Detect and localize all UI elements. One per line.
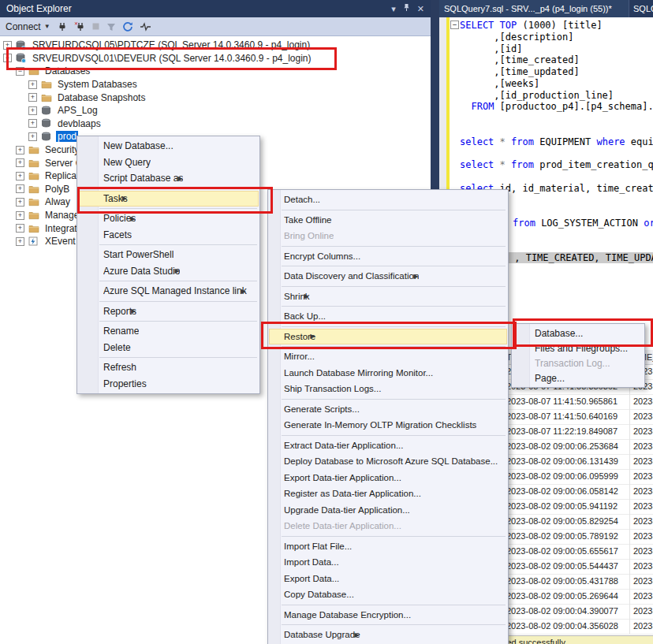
expander-expand-icon[interactable]: +: [28, 80, 37, 89]
menu-item-detach[interactable]: Detach...: [268, 192, 508, 208]
grid-cell-time-updated[interactable]: 2023-08-0: [630, 574, 653, 589]
grid-cell-time-created[interactable]: 2023-08-02 09:00:06.253684: [504, 439, 630, 454]
grid-cell-time-created[interactable]: 2023-08-02 09:00:05.655617: [504, 544, 630, 559]
grid-cell-time-created[interactable]: 2023-08-02 09:00:05.544437: [504, 559, 630, 574]
grid-cell-time-created[interactable]: 2023-08-02 09:00:05.829254: [504, 514, 630, 529]
menu-item-delete[interactable]: Delete: [77, 340, 259, 356]
expander-expand-icon[interactable]: +: [16, 224, 24, 233]
grid-cell-time-updated[interactable]: 2023-08-0: [630, 529, 653, 544]
grid-cell-time-updated[interactable]: 2023-08-0: [630, 469, 653, 484]
menu-item-deploy-database-to-microsoft-azure-sql-database[interactable]: Deploy Database to Microsoft Azure SQL D…: [268, 453, 508, 470]
menu-item-properties[interactable]: Properties: [77, 376, 259, 393]
grid-cell-time-created[interactable]: 2023-08-07 11:41:50.965861: [504, 394, 630, 409]
grid-cell-time-updated[interactable]: 2023-08-0: [630, 499, 653, 514]
menu-item-page[interactable]: Page...: [512, 370, 644, 385]
menu-item-start-powershell[interactable]: Start PowerShell: [77, 247, 259, 263]
grid-cell-time-updated[interactable]: 2023-08-0: [630, 424, 653, 439]
grid-cell-time-created[interactable]: 2023-08-07 11:22:19.849087: [504, 424, 630, 439]
menu-item-import-flat-file[interactable]: Import Flat File...: [268, 538, 508, 555]
tree-item-database-snapshots[interactable]: +Database Snapshots: [0, 91, 431, 104]
menu-item-new-query[interactable]: New Query: [77, 154, 259, 171]
tree-item-aps-log[interactable]: +APS_Log: [0, 104, 431, 117]
tree-item-databases[interactable]: −Databases: [0, 65, 431, 78]
grid-cell-time-created[interactable]: 2023-08-02 09:00:05.269644: [504, 589, 630, 604]
grid-cell-time-updated[interactable]: 2023-08-0: [630, 619, 653, 634]
expander-expand-icon[interactable]: +: [16, 184, 24, 193]
menu-item-upgrade-data-tier-application[interactable]: Upgrade Data-tier Application...: [268, 502, 508, 519]
pin-icon[interactable]: [403, 0, 410, 17]
menu-item-refresh[interactable]: Refresh: [77, 359, 259, 376]
menu-item-copy-database[interactable]: Copy Database...: [268, 586, 508, 603]
tree-item-srveurdvsql01-deveur-sql-server-14-0-3460-9-p4-login[interactable]: −SRVEURDVSQL01\DEVEUR (SQL Server 14.0.3…: [0, 52, 431, 65]
connect-plug-icon[interactable]: [57, 21, 68, 32]
menu-item-restore[interactable]: Restore▶: [268, 329, 508, 345]
tree-item-system-databases[interactable]: +System Databases: [0, 78, 431, 91]
expander-expand-icon[interactable]: +: [3, 41, 12, 50]
expander-expand-icon[interactable]: +: [16, 172, 24, 181]
menu-item-data-discovery-and-classification[interactable]: Data Discovery and Classification▶: [268, 268, 508, 285]
expander-expand-icon[interactable]: +: [16, 146, 24, 154]
expander-expand-icon[interactable]: +: [16, 198, 24, 207]
expander-expand-icon[interactable]: +: [16, 237, 24, 246]
grid-cell-time-created[interactable]: 2023-08-02 09:00:05.941192: [504, 499, 630, 514]
menu-item-encrypt-columns[interactable]: Encrypt Columns...: [268, 248, 508, 265]
connect-button[interactable]: Connect ▼: [6, 21, 50, 32]
menu-item-manage-database-encryption[interactable]: Manage Database Encryption...: [268, 607, 508, 624]
menu-item-generate-in-memory-oltp-migration-checklists[interactable]: Generate In-Memory OLTP Migration Checkl…: [268, 417, 508, 434]
menu-item-policies[interactable]: Policies▶: [77, 210, 259, 227]
menu-item-export-data-tier-application[interactable]: Export Data-tier Application...: [268, 470, 508, 486]
grid-cell-time-updated[interactable]: 2023-08-0: [630, 604, 653, 619]
grid-cell-time-created[interactable]: 2023-08-07 11:41:50.640169: [504, 409, 630, 424]
window-position-icon[interactable]: ▾: [391, 0, 396, 17]
filter-icon[interactable]: [106, 22, 116, 32]
menu-item-azure-sql-managed-instance-link[interactable]: Azure SQL Managed Instance link▶: [77, 283, 259, 300]
tree-item-devblaaps[interactable]: +devblaaps: [0, 117, 431, 131]
menu-item-files-and-filegroups[interactable]: Files and Filegroups...: [512, 341, 644, 356]
expander-expand-icon[interactable]: +: [16, 158, 24, 167]
refresh-icon[interactable]: [122, 21, 133, 32]
close-icon[interactable]: ✕: [417, 0, 424, 17]
grid-cell-time-updated[interactable]: 2023-08-0: [630, 439, 653, 454]
menu-item-reports[interactable]: Reports▶: [77, 303, 259, 320]
grid-cell-time-created[interactable]: 2023-08-02 09:00:05.789192: [504, 529, 630, 544]
menu-item-database-upgrade[interactable]: Database Upgrade▶: [268, 627, 508, 643]
tab-sqlquery7[interactable]: SQLQuery7.sql - SRV..._p4 (p4_login (55)…: [439, 0, 629, 17]
menu-item-launch-database-mirroring-monitor[interactable]: Launch Database Mirroring Monitor...: [268, 365, 508, 382]
menu-item-mirror[interactable]: Mirror...: [268, 348, 508, 365]
menu-item-rename[interactable]: Rename: [77, 323, 259, 340]
grid-cell-time-created[interactable]: 2023-08-02 09:00:06.058142: [504, 484, 630, 499]
menu-item-ship-transaction-logs[interactable]: Ship Transaction Logs...: [268, 381, 508, 397]
menu-item-register-as-data-tier-application[interactable]: Register as Data-tier Application...: [268, 486, 508, 502]
menu-item-script-database-as[interactable]: Script Database as▶: [77, 170, 259, 187]
grid-cell-time-created[interactable]: 2023-08-02 09:00:06.131439: [504, 454, 630, 469]
menu-item-shrink[interactable]: Shrink▶: [268, 288, 508, 305]
menu-item-back-up[interactable]: Back Up...: [268, 308, 508, 325]
grid-cell-time-updated[interactable]: 2023-08-0: [630, 454, 653, 469]
expander-expand-icon[interactable]: +: [28, 132, 37, 141]
expander-collapse-icon[interactable]: −: [16, 67, 24, 76]
grid-cell-time-updated[interactable]: 2023-08-0: [630, 559, 653, 574]
grid-cell-time-created[interactable]: 2023-08-02 09:00:06.095999: [504, 469, 630, 484]
grid-cell-time-created[interactable]: 2023-08-02 09:00:05.431788: [504, 574, 630, 589]
grid-cell-time-updated[interactable]: 2023-08-0: [630, 394, 653, 409]
menu-item-import-data[interactable]: Import Data...: [268, 554, 508, 571]
activity-monitor-icon[interactable]: [140, 22, 151, 32]
grid-cell-time-created[interactable]: 2023-08-02 09:00:04.356028: [504, 619, 630, 634]
expander-expand-icon[interactable]: +: [28, 119, 37, 128]
grid-cell-time-updated[interactable]: 2023-08-0: [630, 514, 653, 529]
grid-cell-time-created[interactable]: 2023-08-02 09:00:04.390077: [504, 604, 630, 619]
menu-item-generate-scripts[interactable]: Generate Scripts...: [268, 401, 508, 418]
menu-item-take-offline[interactable]: Take Offline: [268, 212, 508, 229]
menu-item-extract-data-tier-application[interactable]: Extract Data-tier Application...: [268, 437, 508, 454]
menu-item-azure-data-studio[interactable]: Azure Data Studio▶: [77, 263, 259, 280]
expander-collapse-icon[interactable]: −: [3, 54, 12, 62]
menu-item-export-data[interactable]: Export Data...: [268, 571, 508, 587]
menu-item-database[interactable]: Database...: [512, 326, 644, 341]
tree-item-srveurdcsql05-pdtcze-sql-server-14-0-3460-9-p4-login[interactable]: +SRVEURDCSQL05\PDTCZE (SQL Server 14.0.3…: [0, 39, 431, 52]
menu-item-tasks[interactable]: Tasks▶: [77, 191, 259, 207]
menu-item-facets[interactable]: Facets: [77, 227, 259, 244]
grid-cell-time-updated[interactable]: 2023-08-0: [630, 544, 653, 559]
tab-sqlquery-next[interactable]: SQLQ: [629, 0, 653, 17]
expander-expand-icon[interactable]: +: [28, 106, 37, 115]
grid-cell-time-updated[interactable]: 2023-08-0: [630, 589, 653, 604]
